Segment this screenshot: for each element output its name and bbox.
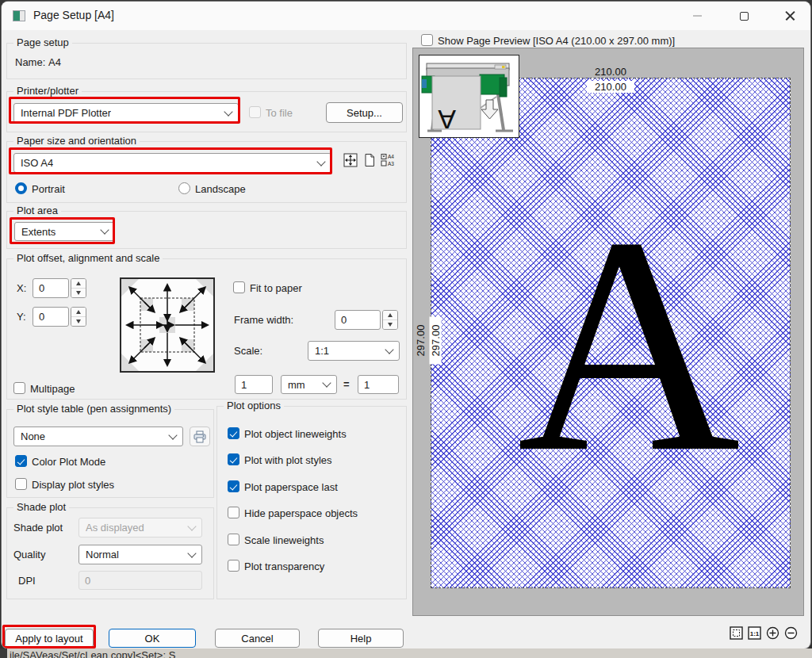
group-label: Plot offset, alignment and scale	[13, 252, 163, 264]
ok-button[interactable]: OK	[109, 629, 196, 648]
alignment-widget[interactable]	[120, 277, 215, 373]
alignment-arrows-icon	[120, 277, 215, 373]
close-icon	[785, 11, 795, 21]
frame-width-stepper[interactable]	[382, 310, 398, 330]
name-value: A4	[48, 56, 61, 68]
quality-label: Quality	[13, 549, 45, 560]
scale-unit-left-input[interactable]: 1	[235, 375, 273, 394]
scale-lineweights-checkbox[interactable]	[228, 534, 239, 545]
one-to-one-icon: 1:1	[748, 626, 761, 640]
portrait-radio[interactable]	[15, 182, 27, 194]
cancel-button[interactable]: Cancel	[215, 629, 300, 648]
frame-width-label: Frame width:	[234, 314, 293, 326]
step-down-icon[interactable]	[71, 317, 86, 326]
paper-size-compare-icon[interactable]: A4 A3	[381, 153, 396, 167]
plot-preview-area[interactable]: A 210.00 210.00 297.00 297.00 A	[412, 48, 804, 616]
frame-width-input[interactable]: 0	[335, 310, 381, 330]
printer-select-value: Internal PDF Plotter	[21, 107, 111, 119]
scale-select[interactable]: 1:1	[308, 341, 400, 361]
step-up-icon[interactable]	[71, 308, 86, 317]
plot-paperspace-last-checkbox[interactable]	[228, 480, 239, 492]
drawing-width-label: 210.00	[587, 81, 634, 93]
close-button[interactable]	[772, 3, 808, 29]
landscape-radio[interactable]	[178, 182, 190, 194]
step-up-icon[interactable]	[71, 279, 86, 289]
new-page-icon[interactable]	[362, 153, 377, 167]
plot-area-value: Extents	[21, 226, 56, 238]
scale-unit-right-input[interactable]: 1	[358, 375, 399, 394]
plot-object-lineweights-label: Plot object lineweights	[244, 428, 347, 440]
step-down-icon[interactable]	[71, 289, 86, 297]
chevron-down-icon	[316, 157, 325, 166]
equals-sign: =	[343, 378, 350, 390]
printer-icon	[193, 430, 207, 443]
chevron-down-icon	[322, 378, 331, 387]
group-label: Plot style table (pen assignments)	[13, 403, 174, 415]
quality-select[interactable]: Normal	[79, 545, 202, 564]
shade-plot-select: As displayed	[79, 518, 202, 537]
paper-width-label: 210.00	[587, 66, 634, 78]
apply-to-layout-button[interactable]: Apply to layout	[5, 629, 94, 648]
x-offset-input[interactable]: 0	[33, 278, 69, 298]
shade-plot-value: As displayed	[86, 522, 144, 534]
x-offset-stepper[interactable]	[71, 278, 86, 298]
zoom-in-button[interactable]	[766, 626, 779, 640]
zoom-one-to-one-button[interactable]: 1:1	[748, 626, 761, 640]
paper-size-value: ISO A4	[21, 157, 53, 169]
display-plot-styles-checkbox[interactable]	[15, 478, 27, 490]
zoom-extents-icon	[730, 626, 743, 640]
unit-select[interactable]: mm	[281, 375, 337, 394]
setup-button[interactable]: Setup...	[326, 102, 403, 123]
chevron-down-icon	[168, 430, 177, 439]
group-page-setup: Page setup Name: A4	[6, 43, 407, 79]
title-bar: Page Setup [A4]	[2, 2, 810, 30]
y-offset-stepper[interactable]	[71, 307, 86, 327]
multipage-checkbox[interactable]	[13, 382, 25, 394]
plot-transparency-checkbox[interactable]	[228, 560, 239, 572]
a4-a3-icon: A4 A3	[381, 153, 396, 167]
paper-size-select[interactable]: ISO A4	[13, 153, 331, 173]
maximize-button[interactable]	[726, 3, 762, 29]
to-file-label: To file	[266, 107, 293, 119]
step-down-icon[interactable]	[383, 320, 397, 329]
fit-paper-icon[interactable]	[343, 153, 358, 167]
x-label: X:	[17, 282, 26, 294]
step-up-icon[interactable]	[383, 311, 397, 320]
paper-height-label: 297.00	[415, 317, 427, 365]
chevron-down-icon	[187, 522, 196, 530]
minimize-button[interactable]	[679, 3, 715, 29]
command-line-text: ile/SAVeas/Set/cLean copy]<Set>: S	[10, 649, 175, 658]
chevron-down-icon	[224, 107, 232, 116]
y-offset-input[interactable]: 0	[33, 307, 69, 327]
chevron-down-icon	[187, 549, 196, 557]
maximize-icon	[740, 12, 749, 21]
color-plot-mode-checkbox[interactable]	[15, 455, 27, 467]
plot-object-lineweights-checkbox[interactable]	[228, 427, 239, 439]
help-button[interactable]: Help	[318, 629, 404, 648]
fit-to-paper-checkbox[interactable]	[233, 281, 245, 293]
plotter-icon: A	[419, 55, 519, 137]
group-plot-options: Plot options Plot object lineweights Plo…	[216, 406, 407, 599]
dpi-input: 0	[79, 571, 202, 590]
blank-page-icon	[362, 153, 377, 167]
name-label: Name:	[15, 56, 45, 68]
group-label: Shade plot	[13, 501, 69, 513]
landscape-label: Landscape	[195, 183, 246, 195]
plot-area-select[interactable]: Extents	[14, 222, 115, 241]
hide-paperspace-objects-label: Hide paperspace objects	[244, 507, 358, 519]
show-page-preview-label: Show Page Preview [ISO A4 (210.00 x 297.…	[438, 35, 675, 47]
plot-with-plot-styles-checkbox[interactable]	[228, 453, 239, 465]
display-plot-styles-label: Display plot styles	[32, 479, 114, 491]
group-label: Page setup	[13, 36, 72, 48]
printer-select[interactable]: Internal PDF Plotter	[13, 103, 239, 123]
color-plot-mode-label: Color Plot Mode	[32, 456, 105, 468]
hide-paperspace-objects-checkbox[interactable]	[228, 507, 239, 518]
screen: { "window": { "title": "Page Setup [A4]"…	[0, 0, 812, 658]
zoom-out-button[interactable]	[784, 626, 798, 640]
chevron-down-icon	[100, 225, 109, 234]
print-styles-button[interactable]	[190, 427, 210, 446]
plot-style-select[interactable]: None	[13, 427, 183, 446]
zoom-extents-button[interactable]	[730, 626, 743, 640]
plot-style-value: None	[21, 430, 45, 442]
show-page-preview-checkbox[interactable]	[421, 34, 433, 46]
